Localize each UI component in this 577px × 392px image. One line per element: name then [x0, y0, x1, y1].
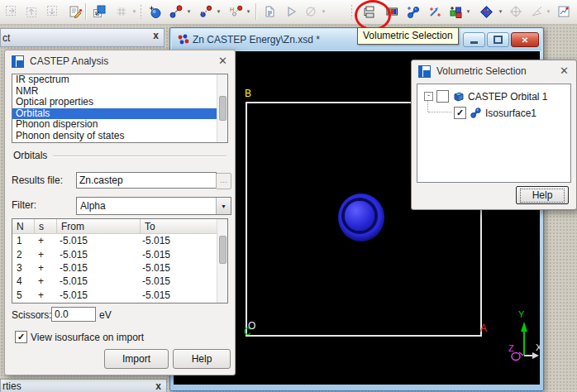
- filter-label: Filter:: [12, 199, 36, 211]
- view-isosurface-checkbox[interactable]: ✓: [15, 331, 27, 343]
- table-row[interactable]: 5 + -5.015 -5.015: [12, 289, 227, 302]
- restore-button[interactable]: [487, 32, 509, 47]
- help-button-label: Help: [520, 189, 565, 203]
- scissors-input[interactable]: [51, 307, 96, 322]
- cell-s: +: [34, 235, 55, 246]
- grid-snap-dropdown[interactable]: ▼: [130, 1, 139, 22]
- table-scrollbar-thumb[interactable]: [219, 236, 227, 264]
- list-item[interactable]: Phonon dispersion: [12, 119, 227, 131]
- orbitals-table[interactable]: N s From To 1 + -5.015 -5.015 2 + -5.015…: [12, 218, 228, 304]
- hydrogen-bond-button[interactable]: H: [226, 1, 246, 22]
- import-button[interactable]: Import: [104, 349, 169, 369]
- volumetric-selection-window: Volumetric Selection ✕ - CASTEP Orbital …: [411, 60, 577, 210]
- dialog-help-button[interactable]: Help: [173, 349, 231, 369]
- send-up-button[interactable]: [22, 1, 42, 22]
- sketch-atom-icon: [148, 5, 162, 19]
- castep-dialog-close-icon[interactable]: ✕: [218, 55, 227, 67]
- volumetric-titlebar[interactable]: Volumetric Selection: [412, 60, 576, 82]
- display-style-icon: [449, 5, 463, 19]
- results-file-input[interactable]: [76, 172, 217, 189]
- sketch-bond-icon: [169, 5, 183, 18]
- cell-to: -5.015: [138, 275, 218, 287]
- toolbar-drag-handle[interactable]: [350, 4, 353, 19]
- orbital-isosurface[interactable]: [338, 194, 384, 241]
- isosurface-button[interactable]: [403, 1, 422, 22]
- volumetric-help-button[interactable]: Help: [516, 186, 569, 204]
- lattice-button[interactable]: [476, 1, 496, 22]
- sketch-atom-button[interactable]: [145, 1, 165, 22]
- tree-item-orbital[interactable]: - CASTEP Orbital 1: [424, 90, 547, 103]
- cell-s: +: [34, 262, 55, 274]
- script-document-button[interactable]: [260, 1, 279, 22]
- send-down-button[interactable]: [43, 1, 63, 22]
- send-right-button[interactable]: [2, 1, 21, 22]
- filter-combobox[interactable]: Alpha ▼: [76, 197, 231, 215]
- volumetric-selection-button[interactable]: [359, 1, 379, 22]
- list-item[interactable]: NMR: [12, 86, 227, 98]
- close-button[interactable]: ✕: [511, 32, 539, 47]
- selection-mode-button[interactable]: [301, 1, 321, 22]
- display-style-button[interactable]: [446, 1, 465, 22]
- cell-to: -5.015: [138, 235, 218, 246]
- browse-button[interactable]: ...: [216, 173, 231, 189]
- run-button[interactable]: [281, 1, 301, 22]
- tree-item-label: CASTEP Orbital 1: [468, 91, 547, 103]
- isosurface-checkbox[interactable]: ✓: [454, 107, 466, 119]
- cell-s: +: [34, 249, 55, 261]
- orbital-checkbox[interactable]: [436, 90, 449, 103]
- table-row[interactable]: 4 + -5.015 -5.015: [12, 275, 227, 288]
- adjust-bond-button[interactable]: [196, 1, 216, 22]
- maximize-display-button[interactable]: [89, 1, 109, 22]
- tree-item-isosurface[interactable]: ✓ Isosurface1: [454, 107, 536, 119]
- table-row[interactable]: 2 + -5.015 -5.015: [12, 247, 227, 261]
- tree-expand-icon[interactable]: -: [424, 92, 433, 101]
- measure-dropdown[interactable]: ▼: [544, 1, 553, 22]
- adjust-bond-icon: [199, 5, 212, 18]
- analysis-list[interactable]: IR spectrum NMR Optical properties Orbit…: [12, 74, 228, 143]
- maximize-display-icon: [93, 5, 106, 18]
- table-row[interactable]: 3 + -5.015 -5.015: [12, 261, 227, 275]
- minimize-button[interactable]: [463, 32, 485, 47]
- sketch-bond-dropdown[interactable]: ▼: [184, 1, 193, 22]
- list-item[interactable]: Phonon density of states: [12, 131, 227, 142]
- volumetric-tree[interactable]: - CASTEP Orbital 1 ✓ Isosurface1: [417, 84, 571, 183]
- chart-viewer-button[interactable]: [554, 1, 574, 22]
- display-style-dropdown[interactable]: ▼: [464, 1, 473, 22]
- filter-value: Alpha: [80, 200, 106, 212]
- list-item[interactable]: Optical properties: [12, 97, 227, 108]
- table-scrollbar[interactable]: [217, 219, 227, 303]
- sketch-bond-button[interactable]: [166, 1, 186, 22]
- list-scrollbar-thumb[interactable]: [219, 96, 227, 121]
- grid-snap-button[interactable]: [112, 1, 131, 22]
- volumetric-title: Volumetric Selection: [436, 65, 527, 77]
- color-maps-button[interactable]: [382, 1, 402, 22]
- hydrogen-bond-dropdown[interactable]: ▼: [244, 1, 253, 22]
- window-controls: ✕: [463, 32, 539, 47]
- table-row[interactable]: 1 + -5.015 -5.015: [12, 234, 227, 247]
- col-header-to[interactable]: To: [141, 219, 222, 233]
- bottom-panel-close-icon[interactable]: x: [155, 380, 161, 392]
- castep-dialog-titlebar[interactable]: CASTEP Analysis: [5, 50, 235, 72]
- project-panel-close-icon[interactable]: x: [153, 30, 159, 41]
- measure-icon: [531, 5, 544, 18]
- selection-mode-dropdown[interactable]: ▼: [319, 1, 328, 22]
- tooltip: Volumetric Selection: [357, 27, 459, 45]
- col-header-s[interactable]: s: [35, 219, 57, 233]
- combobox-arrow-icon[interactable]: ▼: [216, 198, 231, 214]
- recenter-button[interactable]: [506, 1, 526, 22]
- col-header-n[interactable]: N: [12, 219, 35, 233]
- list-item[interactable]: IR spectrum: [12, 74, 227, 86]
- list-scrollbar[interactable]: [217, 74, 227, 142]
- dialog-icon: [418, 65, 431, 78]
- lattice-dropdown[interactable]: ▼: [496, 1, 505, 22]
- slice-button[interactable]: [424, 1, 444, 22]
- adjust-bond-dropdown[interactable]: ▼: [214, 1, 223, 22]
- col-header-from[interactable]: From: [57, 219, 141, 233]
- send-down-icon: [46, 5, 60, 18]
- minimize-icon: [470, 41, 478, 44]
- toolbar-drag-handle[interactable]: [140, 4, 142, 19]
- list-item-selected[interactable]: Orbitals: [12, 108, 227, 120]
- volumetric-close-icon[interactable]: ✕: [560, 65, 569, 77]
- properties-button[interactable]: [65, 1, 85, 22]
- desktop: ▼ ▼ ▼ H ▼ ▼ ▼ ▼ ▼ ct x: [0, 0, 577, 392]
